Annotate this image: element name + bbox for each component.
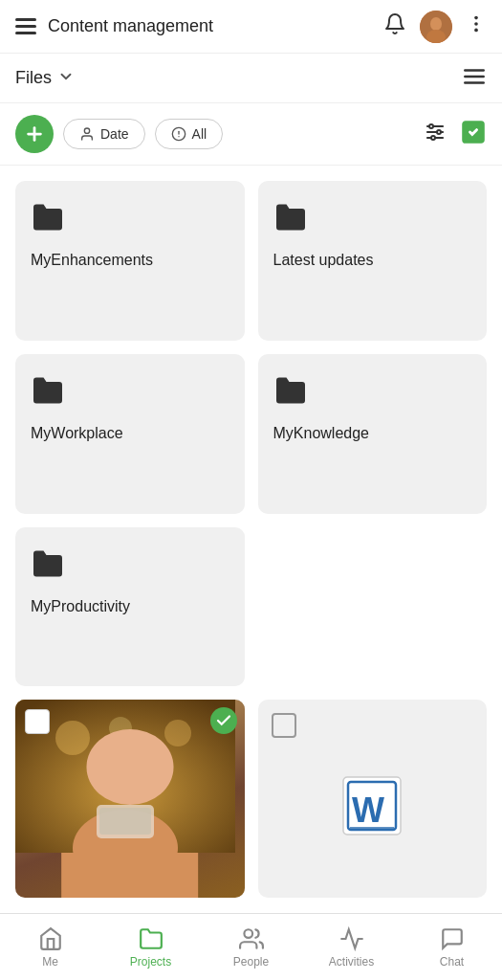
- file-checkbox-photo[interactable]: [25, 709, 50, 734]
- nav-item-projects[interactable]: Projects: [100, 914, 201, 980]
- top-bar-right: [383, 11, 487, 43]
- nav-label-me: Me: [42, 955, 58, 969]
- folder-name: Latest updates: [273, 252, 472, 269]
- date-chip-label: Date: [100, 126, 129, 142]
- list-view-icon[interactable]: [462, 64, 487, 93]
- svg-point-19: [437, 130, 441, 134]
- folder-card-myknowledge[interactable]: MyKnowledge: [258, 354, 488, 514]
- sliders-icon[interactable]: [424, 121, 447, 147]
- files-grid: MyEnhancements Latest updates MyWorkplac…: [0, 166, 502, 913]
- svg-point-38: [244, 929, 252, 938]
- nav-item-people[interactable]: People: [201, 914, 301, 980]
- file-card-word[interactable]: W: [258, 700, 488, 898]
- folder-name: MyWorkplace: [31, 425, 229, 442]
- svg-point-18: [429, 124, 433, 128]
- folder-card-myworkplace[interactable]: MyWorkplace: [15, 354, 245, 514]
- svg-point-25: [164, 720, 191, 746]
- top-bar-left: Content management: [15, 16, 383, 36]
- nav-label-chat: Chat: [440, 955, 464, 969]
- svg-text:W: W: [352, 791, 384, 830]
- svg-point-20: [431, 136, 435, 140]
- svg-point-28: [100, 740, 150, 797]
- chevron-down-icon: [57, 68, 75, 88]
- folder-icon: [273, 373, 472, 412]
- svg-point-29: [98, 735, 152, 769]
- svg-point-26: [109, 717, 132, 740]
- more-vertical-icon[interactable]: [466, 13, 487, 40]
- date-filter-chip[interactable]: Date: [63, 119, 145, 149]
- filter-bar: Date All: [0, 103, 502, 166]
- top-bar: Content management: [0, 0, 502, 54]
- svg-point-31: [137, 752, 152, 791]
- files-label: Files: [15, 68, 52, 88]
- nav-item-activities[interactable]: Activities: [301, 914, 402, 980]
- svg-point-3: [474, 15, 478, 19]
- sub-header: Files: [0, 54, 502, 103]
- svg-point-24: [55, 721, 90, 755]
- avatar[interactable]: [420, 11, 452, 43]
- folder-name: MyProductivity: [31, 598, 229, 615]
- folder-icon: [31, 373, 229, 412]
- files-dropdown[interactable]: Files: [15, 68, 75, 88]
- filter-bar-actions: [424, 119, 487, 149]
- all-chip-label: All: [192, 126, 207, 142]
- folder-card-latestupdates[interactable]: Latest updates: [258, 181, 488, 341]
- file-card-photo[interactable]: [15, 700, 245, 898]
- folder-icon: [31, 546, 229, 585]
- svg-point-11: [84, 128, 89, 133]
- folder-card-myproductivity[interactable]: MyProductivity: [15, 527, 245, 687]
- check-square-icon[interactable]: [460, 119, 487, 149]
- nav-label-activities: Activities: [329, 955, 374, 969]
- add-button[interactable]: [15, 115, 54, 153]
- file-checkbox-word[interactable]: [272, 713, 296, 738]
- svg-point-1: [430, 17, 442, 31]
- hamburger-menu-icon[interactable]: [15, 18, 36, 34]
- folder-name: MyEnhancements: [31, 252, 229, 269]
- folder-icon: [273, 200, 472, 238]
- folder-icon: [31, 200, 229, 238]
- folder-card-myenhancements[interactable]: MyEnhancements: [15, 181, 245, 341]
- all-filter-chip[interactable]: All: [155, 119, 224, 149]
- folder-name: MyKnowledge: [273, 425, 472, 442]
- nav-label-people: People: [233, 955, 269, 969]
- empty-slot: [258, 527, 488, 687]
- svg-point-5: [474, 28, 478, 32]
- word-doc-icon: W: [338, 772, 405, 839]
- nav-item-me[interactable]: Me: [0, 914, 100, 980]
- bottom-nav: Me Projects People Activities Chat: [0, 913, 502, 980]
- bell-icon[interactable]: [383, 12, 406, 41]
- word-card-inner: W: [258, 700, 488, 853]
- nav-label-projects: Projects: [130, 955, 171, 969]
- nav-item-chat[interactable]: Chat: [402, 914, 502, 980]
- svg-rect-33: [99, 808, 151, 835]
- page-title: Content management: [48, 16, 213, 36]
- file-selected-badge: [210, 707, 237, 734]
- svg-point-4: [474, 22, 478, 26]
- svg-point-30: [98, 752, 114, 791]
